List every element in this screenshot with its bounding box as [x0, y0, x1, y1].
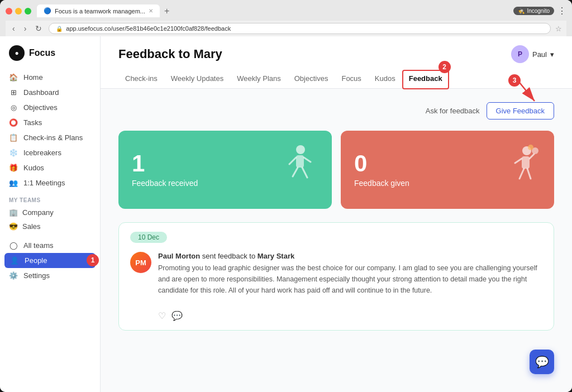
- all-teams-icon: ◯: [9, 241, 18, 250]
- incognito-icon: 🕵: [518, 8, 525, 14]
- sidebar-item-all-teams[interactable]: ◯ All teams: [0, 238, 100, 253]
- my-teams-label: MY TEAMS: [0, 190, 100, 205]
- sidebar-item-dashboard[interactable]: ⊞ Dashboard: [0, 85, 100, 100]
- svg-line-7: [302, 168, 307, 178]
- app-container: ● Focus 🏠 Home ⊞ Dashboard ◎ Objectives …: [0, 36, 572, 392]
- feedback-sender-line: Paul Morton sent feedback to Mary Stark: [158, 252, 542, 260]
- sidebar-item-home[interactable]: 🏠 Home: [0, 70, 100, 85]
- kudos-icon: 🎁: [9, 164, 18, 172]
- sidebar-item-icebreakers[interactable]: ❄️ Icebreakers: [0, 145, 100, 160]
- star-icon[interactable]: ☆: [555, 25, 562, 33]
- close-button[interactable]: [6, 8, 12, 15]
- annotation-2: 2: [438, 61, 451, 73]
- svg-point-15: [528, 145, 533, 150]
- tab-weekly-updates[interactable]: Weekly Updates: [164, 70, 230, 88]
- team-sales[interactable]: 😎 Sales: [0, 219, 100, 233]
- svg-line-11: [530, 154, 534, 159]
- feedback-message: PM Paul Morton sent feedback to Mary Sta…: [119, 243, 554, 305]
- tab-objectives[interactable]: Objectives: [288, 70, 335, 88]
- page-title: Feedback to Mary: [118, 47, 222, 61]
- address-bar-row: ‹ › ↻ 🔒 app.usefocus.co/user/5e81b46e0c1…: [6, 21, 566, 36]
- sidebar-label-dashboard: Dashboard: [23, 88, 59, 97]
- logo-text: Focus: [29, 48, 55, 58]
- stat-received-number: 1: [132, 152, 198, 175]
- stat-card-received: 1 Feedback received: [118, 131, 332, 209]
- sidebar: ● Focus 🏠 Home ⊞ Dashboard ◎ Objectives …: [0, 36, 101, 392]
- feedback-date: 10 Dec: [130, 232, 167, 243]
- address-bar[interactable]: 🔒 app.usefocus.co/user/5e81b46e0c1e2100f…: [49, 23, 551, 34]
- tab-title: Focus is a teamwork managem...: [55, 8, 145, 15]
- content-area: Ask for feedback Give Feedback: [101, 89, 572, 344]
- main-header: Feedback to Mary P Paul ▾ Check-ins Week…: [101, 36, 572, 89]
- main-content: Feedback to Mary P Paul ▾ Check-ins Week…: [101, 36, 572, 392]
- sidebar-logo: ● Focus: [0, 45, 100, 70]
- sidebar-item-tasks[interactable]: ⭕ Tasks: [0, 115, 100, 130]
- tab-close-icon[interactable]: ✕: [149, 8, 153, 14]
- chat-icon: 💬: [535, 355, 549, 369]
- svg-line-6: [293, 168, 298, 176]
- annotation-1: 1: [87, 254, 100, 266]
- people-icon: 👤: [10, 256, 19, 265]
- sidebar-label-kudos: Kudos: [23, 164, 44, 172]
- tab-feedback[interactable]: Feedback 2: [402, 70, 449, 89]
- chat-bubble-button[interactable]: 💬: [530, 350, 554, 374]
- svg-line-13: [527, 169, 531, 179]
- sidebar-item-checkins[interactable]: 📋 Check-ins & Plans: [0, 130, 100, 145]
- sidebar-label-checkins: Check-ins & Plans: [23, 133, 83, 142]
- sidebar-label-icebreakers: Icebreakers: [23, 149, 61, 157]
- sidebar-item-settings[interactable]: ⚙️ Settings: [0, 268, 100, 283]
- sidebar-item-kudos[interactable]: 🎁 Kudos: [0, 160, 100, 175]
- user-chevron-icon: ▾: [550, 50, 554, 59]
- like-reaction-icon[interactable]: ♡: [158, 310, 166, 321]
- sidebar-label-home: Home: [23, 73, 43, 82]
- sidebar-label-people: People: [25, 256, 47, 265]
- svg-line-4: [289, 157, 296, 164]
- lock-icon: 🔒: [56, 26, 63, 32]
- tab-checkins[interactable]: Check-ins: [118, 70, 164, 88]
- svg-rect-3: [296, 155, 304, 168]
- figure-received: [279, 144, 318, 195]
- stat-given-label: Feedback given: [354, 179, 409, 188]
- svg-point-2: [296, 145, 305, 154]
- tab-bar: 🔵 Focus is a teamwork managem... ✕ +: [37, 4, 509, 17]
- checkins-icon: 📋: [9, 133, 18, 142]
- comment-reaction-icon[interactable]: 💬: [171, 310, 183, 321]
- annotation-3-area: 3: [504, 74, 549, 110]
- incognito-badge: 🕵 Incognito: [513, 7, 554, 15]
- minimize-button[interactable]: [15, 8, 22, 15]
- sidebar-item-people[interactable]: 👤 People: [4, 253, 96, 268]
- sidebar-label-all-teams: All teams: [23, 241, 53, 250]
- browser-extras: 🕵 Incognito ⋮: [513, 6, 566, 16]
- refresh-button[interactable]: ↻: [33, 23, 44, 34]
- back-button[interactable]: ‹: [10, 23, 17, 34]
- sender-name: Paul Morton: [158, 252, 200, 260]
- feedback-sender-avatar: PM: [130, 252, 151, 273]
- svg-line-10: [515, 159, 522, 163]
- forward-button[interactable]: ›: [22, 23, 29, 34]
- figure-given: [502, 144, 541, 195]
- new-tab-button[interactable]: +: [164, 6, 169, 16]
- menu-icon[interactable]: ⋮: [557, 6, 566, 16]
- annotation-3: 3: [508, 74, 521, 87]
- sidebar-item-meetings[interactable]: 👥 1:1 Meetings: [0, 175, 100, 190]
- maximize-button[interactable]: [25, 8, 31, 15]
- tab-kudos[interactable]: Kudos: [368, 70, 402, 88]
- tab-weekly-plans[interactable]: Weekly Plans: [230, 70, 288, 88]
- ask-feedback-button[interactable]: Ask for feedback: [426, 107, 480, 115]
- recipient-name: Mary Stark: [258, 252, 294, 260]
- svg-line-12: [519, 169, 524, 179]
- objectives-icon: ◎: [9, 103, 18, 112]
- team-company-label: Company: [22, 208, 54, 217]
- team-sales-label: Sales: [22, 222, 41, 231]
- stat-card-given: 0 Feedback given: [341, 131, 554, 209]
- team-company[interactable]: 🏢 Company: [0, 205, 100, 219]
- tab-focus[interactable]: Focus: [335, 70, 368, 88]
- stat-received-label: Feedback received: [132, 179, 198, 188]
- user-menu[interactable]: P Paul ▾: [511, 45, 554, 63]
- tab-favicon: 🔵: [44, 7, 51, 15]
- stat-given-number: 0: [354, 152, 409, 175]
- sidebar-item-objectives[interactable]: ◎ Objectives: [0, 100, 100, 115]
- active-tab[interactable]: 🔵 Focus is a teamwork managem... ✕: [37, 4, 160, 17]
- logo-icon: ●: [9, 45, 25, 61]
- user-avatar: P: [511, 45, 529, 63]
